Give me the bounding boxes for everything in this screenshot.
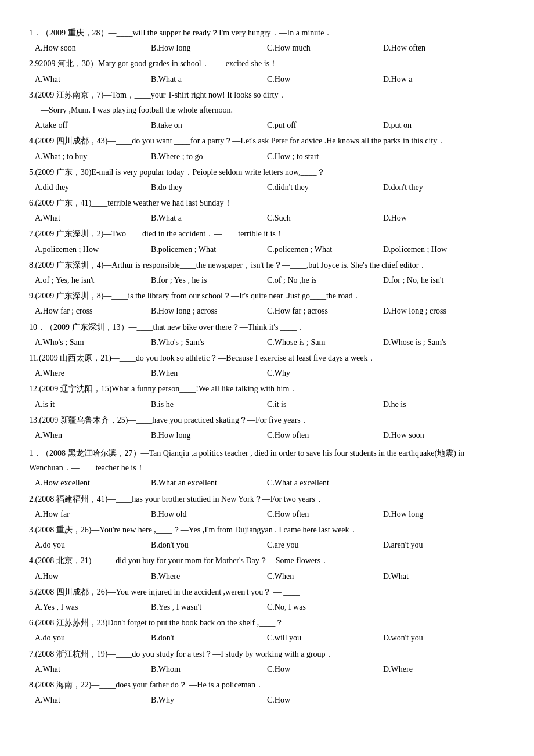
option-d: D.he is [383,397,482,412]
question-text: 13.(2009 新疆乌鲁木齐，25)—____have you practic… [29,413,505,427]
option-c: C.How [267,662,366,676]
question-text: 7.(2009 广东深圳，2)—Two____died in the accid… [29,226,505,241]
option-a: A.What ; to buy [35,149,134,164]
question-item-q2008_5: 5.(2008 四川成都，26)—You were injured in the… [29,585,505,614]
question-item-q4: 4.(2009 四川成都，43)—____do you want ____for… [29,134,505,163]
question-item-q2008_7: 7.(2008 浙江杭州，19)—____do you study for a … [29,647,505,676]
option-c: C.How far ; across [267,304,366,318]
question-text: 6.(2008 江苏苏州，23)Don't forget to put the … [29,615,505,630]
question-item-q2: 2.92009 河北，30）Mary got good grades in sc… [29,56,505,86]
option-d: D.How [383,211,482,225]
options-line: A.is itB.is heC.it isD.he is [29,397,505,412]
question-text: 5.(2008 四川成都，26)—You were injured in the… [29,585,505,599]
option-a: A.did they [35,180,134,195]
option-a: A.What [35,662,134,676]
option-b: B.Where ; to go [151,149,250,164]
options-line: A.did theyB.do theyC.didn't theyD.don't … [29,180,505,195]
option-d: D.How soon [383,428,482,442]
option-b: B.Why [151,693,250,707]
question-text: 2.92009 河北，30）Mary got good grades in sc… [29,56,505,71]
options-line: A.do youB.don'tC.will youD.won't you [29,631,505,645]
question-text: 8.(2009 广东深圳，4)—Arthur is responsible___… [29,258,505,272]
question-text: 1．（2008 黑龙江哈尔滨，27）—Tan Qianqiu ,a politi… [29,446,505,475]
options-line: A.WhatB.WhyC.How [29,693,505,707]
option-d: D.put on [383,118,482,132]
option-a: A.How excellent [35,476,134,490]
question-text: 4.(2008 北京，21)—____did you buy for your … [29,553,505,568]
option-c: C.What a excellent [267,476,366,490]
option-b: B.What a [151,72,250,87]
option-b: B.Whom [151,662,250,676]
option-c: C.How ; to start [267,149,366,164]
question-item-q13: 13.(2009 新疆乌鲁木齐，25)—____have you practic… [29,413,505,442]
question-item-q7: 7.(2009 广东深圳，2)—Two____died in the accid… [29,226,505,256]
options-line: A.WhatB.What aC.HowD.How a [29,72,505,87]
option-c: C.How often [267,507,366,521]
option-b: B.How long [151,428,250,442]
option-d: D.How long ; cross [383,304,482,318]
question-text: 9.(2009 广东深圳，8)—____is the library from … [29,289,505,303]
options-line: A.of ; Yes, he isn'tB.for ; Yes , he isC… [29,273,505,287]
option-b: B.How long ; across [151,304,250,318]
option-d: D.How long [383,507,482,521]
question-text: 5.(2009 广东，30)E-mail is very popular tod… [29,165,505,179]
option-c: C.policemen ; What [267,242,366,257]
question-item-q12: 12.(2009 辽宁沈阳，15)What a funny person____… [29,381,505,411]
option-c: C.of ; No ,he is [267,273,366,287]
option-a: A.What [35,693,134,707]
question-item-q11: 11.(2009 山西太原，21)—____do you look so ath… [29,351,505,380]
question-text: 3.(2008 重庆，26)—You're new here ,____？—Ye… [29,523,505,537]
options-line: A.WhatB.WhomC.HowD.Where [29,662,505,676]
question-text: 12.(2009 辽宁沈阳，15)What a funny person____… [29,381,505,396]
option-c: C.Whose is ; Sam [267,335,366,350]
option-c: C.When [267,569,366,584]
option-c: C.it is [267,397,366,412]
option-a: A.How [35,569,134,584]
option-c: C.How [267,693,366,707]
option-a: A.do you [35,538,134,552]
question-text: 8.(2008 海南，22)—____does your father do？ … [29,678,505,692]
options-line: A.do youB.don't youC.are youD.aren't you [29,538,505,552]
options-line: A.HowB.WhereC.WhenD.What [29,569,505,584]
options-line: A.WhatB.What aC.SuchD.How [29,211,505,225]
options-line: A.WhenB.How longC.How oftenD.How soon [29,428,505,442]
options-line: A.Who's ; SamB.Who's ; Sam'sC.Whose is ;… [29,335,505,350]
question-text: 3.(2009 江苏南京，7)—Tom，____your T-shirt rig… [29,88,505,102]
question-sub-text: —Sorry ,Mum. I was playing football the … [29,103,505,117]
question-text: 2.(2008 福建福州，41)—____has your brother st… [29,492,505,506]
option-b: B.do they [151,180,250,195]
options-line: A.What ; to buyB.Where ; to goC.How ; to… [29,149,505,164]
option-a: A.take off [35,118,134,132]
question-item-q2008_4: 4.(2008 北京，21)—____did you buy for your … [29,553,505,583]
option-c: C.No, I was [267,600,366,614]
option-a: A.Where [35,366,134,380]
question-item-q6: 6.(2009 广东，41)____terrible weather we ha… [29,196,505,225]
option-d: D.aren't you [383,538,482,552]
option-a: A.How far ; cross [35,304,134,318]
question-item-q1: 1．（2009 重庆，28）—____will the supper be re… [29,26,505,55]
question-item-q2008_2: 2.(2008 福建福州，41)—____has your brother st… [29,492,505,521]
option-c: C.How [267,72,366,87]
question-item-q8: 8.(2009 广东深圳，4)—Arthur is responsible___… [29,258,505,287]
question-text: 6.(2009 广东，41)____terrible weather we ha… [29,196,505,210]
option-b: B.don't [151,631,250,645]
options-line: A.How farB.How oldC.How oftenD.How long [29,507,505,521]
option-b: B.Who's ; Sam's [151,335,250,350]
options-line: A.WhereB.WhenC.Why [29,366,505,380]
option-b: B.How long [151,41,250,55]
option-d: D.policemen ; How [383,242,482,257]
question-item-q2008_3: 3.(2008 重庆，26)—You're new here ,____？—Ye… [29,523,505,552]
options-line: A.How soonB.How longC.How muchD.How ofte… [29,41,505,55]
option-b: B.When [151,366,250,380]
option-b: B.How old [151,507,250,521]
option-a: A.How soon [35,41,134,55]
option-a: A.What [35,72,134,87]
option-d: D.won't you [383,631,482,645]
options-line: A.policemen ; HowB.policemen ; WhatC.pol… [29,242,505,257]
option-b: B.What a [151,211,250,225]
option-d: D.How a [383,72,482,87]
option-a: A.is it [35,397,134,412]
option-b: B.What an excellent [151,476,250,490]
option-c: C.put off [267,118,366,132]
option-c: C.How much [267,41,366,55]
